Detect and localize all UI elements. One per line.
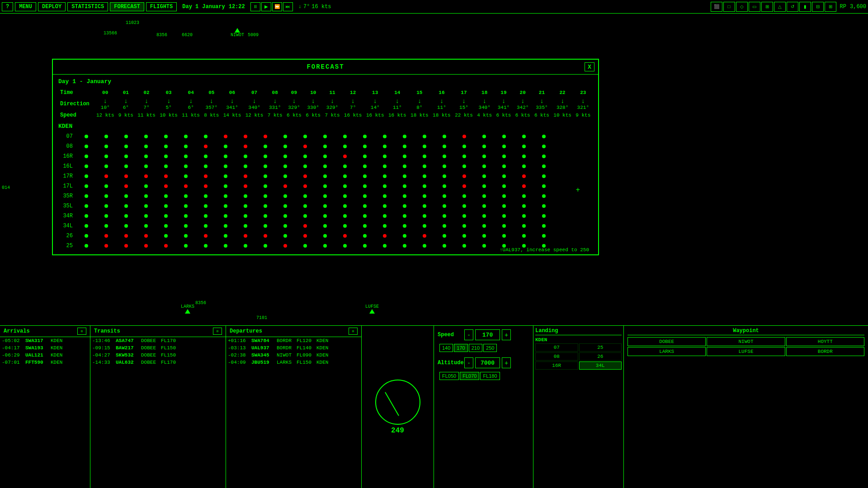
tool-10[interactable]: ⊞ — [825, 2, 836, 12]
waypoint-niwot: NIWOT — [231, 28, 244, 38]
dot-35L-8 — [236, 204, 255, 208]
tool-6[interactable]: △ — [774, 2, 786, 12]
dot-26-11 — [295, 234, 315, 238]
altitude-presets: FL050 FL070 FL180 — [439, 372, 529, 380]
skip-button[interactable]: ⏭ — [283, 2, 293, 11]
speed-row-label: Speed — [58, 111, 94, 119]
dot-16R-20 — [474, 155, 494, 158]
dot-circle-34L-8 — [244, 224, 247, 228]
dot-circle-35L-19 — [462, 204, 466, 208]
arrival-flight-row[interactable]: -07:01FFT590KDEN — [0, 359, 90, 366]
arrival-dest: KDEN — [51, 345, 69, 351]
statistics-button[interactable]: STATISTICS — [67, 2, 108, 11]
speed-value: 170 — [475, 329, 500, 340]
speed-170-button[interactable]: 170 — [454, 344, 467, 352]
departure-flight-row[interactable]: -03:13UAL937BORDRFL140KDEN — [226, 344, 361, 352]
arrival-flight-row[interactable]: -05:02SWA317KDEN — [0, 337, 90, 344]
flights-button[interactable]: FLIGHTS — [146, 2, 177, 11]
alt-fl050-button[interactable]: FL050 — [439, 372, 459, 380]
dot-circle-16R-6 — [204, 155, 208, 158]
dot-circle-16L-1 — [104, 164, 108, 168]
deploy-button[interactable]: DEPLOY — [38, 2, 66, 11]
speed-cell-7: 12 kts — [243, 111, 265, 119]
speed-cell-10: 6 kts — [304, 111, 323, 119]
direction-cell-4: ↓6° — [180, 97, 202, 111]
dot-circle-35L-22 — [522, 204, 526, 208]
arrival-flight-row[interactable]: -04:17SWA193KDEN — [0, 344, 90, 352]
tool-7[interactable]: ↺ — [787, 2, 798, 12]
dot-26-16 — [395, 234, 415, 238]
waypoint-DOBEE[interactable]: DOBEE — [627, 337, 706, 346]
close-button[interactable]: X — [585, 62, 594, 71]
landing-runway-26[interactable]: 26 — [579, 352, 622, 361]
fast-forward-button[interactable]: ⏩ — [272, 2, 282, 11]
dot-17R-7 — [216, 174, 236, 178]
speed-210-button[interactable]: 210 — [469, 344, 482, 352]
landing-runway-16R[interactable]: 16R — [535, 361, 578, 370]
waypoint-LARKS[interactable]: LARKS — [627, 347, 706, 356]
speed-140-button[interactable]: 140 — [439, 344, 453, 352]
wind-deg: 7° — [303, 4, 310, 10]
pause-button[interactable]: ⏸ — [250, 2, 260, 11]
alt-fl070-button[interactable]: FL070 — [460, 372, 479, 380]
landing-runway-34L[interactable]: 34L — [579, 361, 622, 370]
speed-minus-button[interactable]: - — [464, 329, 473, 340]
arrival-callsign: SWA193 — [25, 345, 49, 351]
departure-flight-row[interactable]: +01:16SWA784BORDRFL120KDEN — [226, 337, 361, 344]
play-button[interactable]: ▶ — [261, 2, 271, 11]
alt-fl180-button[interactable]: FL180 — [480, 372, 500, 380]
landing-runway-07[interactable]: 07 — [535, 343, 578, 352]
forecast-button[interactable]: FORECAST — [110, 2, 144, 11]
runway-row-16R: 16R — [58, 151, 593, 161]
transit-flight-row[interactable]: -09:15BAW217DOBEEFL150 — [90, 344, 226, 352]
dot-34R-10 — [275, 214, 295, 218]
tool-5[interactable]: ⊞ — [761, 2, 773, 12]
waypoint-BORDR[interactable]: BORDR — [786, 347, 864, 356]
arrivals-list-button[interactable]: ≡ — [77, 328, 86, 335]
waypoint-HOYTT[interactable]: HOYTT — [786, 337, 864, 346]
tool-3[interactable]: ◇ — [736, 2, 748, 12]
transit-callsign: UAL632 — [116, 360, 139, 365]
dot-17R-8 — [236, 174, 255, 178]
dot-08-14 — [355, 145, 375, 148]
speed-plus-button[interactable]: + — [502, 329, 511, 340]
waypoint-LUFSE[interactable]: LUFSE — [707, 347, 785, 356]
arrival-flight-row[interactable]: -06:29UAL121KDEN — [0, 352, 90, 359]
dot-circle-16L-4 — [164, 164, 168, 168]
dot-circle-08-11 — [303, 145, 307, 148]
altitude-plus-button[interactable]: + — [502, 357, 511, 368]
tool-2[interactable]: □ — [723, 2, 735, 12]
transit-flight-row[interactable]: -13:46ASA747DOBEEFL170 — [90, 337, 226, 344]
dot-circle-08-4 — [164, 145, 168, 148]
compass-section: 249 — [362, 326, 434, 488]
waypoint-NIWOT[interactable]: NIWOT — [707, 337, 785, 346]
dot-circle-34R-18 — [443, 214, 446, 218]
departure-flight-row[interactable]: -02:38SWA345NIWOTFL090KDEN — [226, 352, 361, 359]
direction-cell-11: ↓329° — [323, 97, 342, 111]
landing-runway-08[interactable]: 08 — [535, 352, 578, 361]
speed-250-button[interactable]: 250 — [483, 344, 497, 352]
question-button[interactable]: ? — [2, 2, 13, 11]
dot-35L-10 — [275, 204, 295, 208]
departures-list-button[interactable]: ≡ — [349, 328, 358, 335]
waypoint-lufse: LUFSE — [365, 304, 379, 314]
departure-flight-row[interactable]: -04:09JBU519LARKSFL150KDEN — [226, 359, 361, 366]
dot-circle-34R-17 — [423, 214, 426, 218]
dot-circle-17L-20 — [482, 184, 486, 188]
menu-button[interactable]: MENU — [15, 2, 36, 11]
speed-cell-12: 16 kts — [342, 111, 364, 119]
direction-cell-17: ↓15° — [453, 97, 475, 111]
tool-8[interactable]: ▮ — [799, 2, 811, 12]
transit-flight-row[interactable]: -04:27SKW532DOBEEFL150 — [90, 352, 226, 359]
transits-list-button[interactable]: ≡ — [213, 328, 222, 335]
altitude-minus-button[interactable]: - — [464, 357, 473, 368]
dot-16R-23 — [534, 155, 554, 158]
tool-1[interactable]: ⬛ — [711, 2, 722, 12]
landing-runway-25[interactable]: 25 — [579, 343, 622, 352]
tool-9[interactable]: ⊟ — [812, 2, 824, 12]
transit-flight-row[interactable]: -14:33UAL632DOBEEFL170 — [90, 359, 226, 366]
dot-circle-16L-7 — [224, 164, 227, 168]
dot-circle-17R-9 — [264, 174, 267, 178]
dot-16R-21 — [494, 155, 514, 158]
tool-4[interactable]: ▭ — [749, 2, 760, 12]
